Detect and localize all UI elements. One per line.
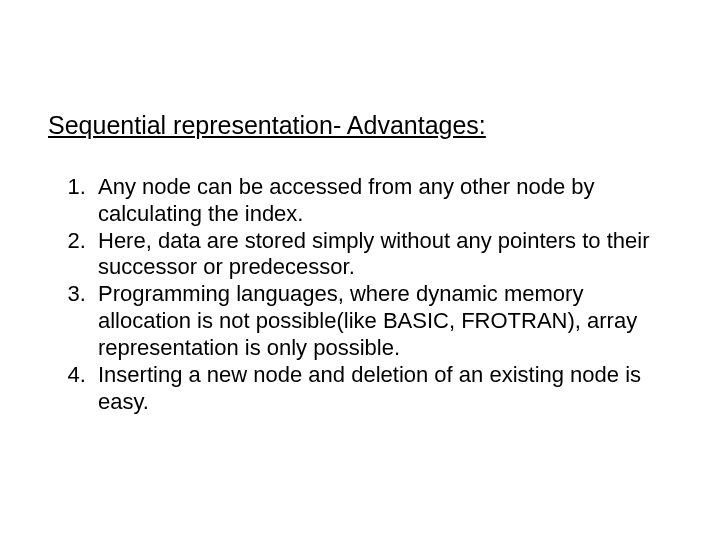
- list-item: Programming languages, where dynamic mem…: [92, 281, 672, 361]
- list-item: Any node can be accessed from any other …: [92, 174, 672, 228]
- list-item: Inserting a new node and deletion of an …: [92, 362, 672, 416]
- slide: Sequential representation- Advantages: A…: [0, 0, 720, 540]
- slide-title: Sequential representation- Advantages:: [48, 110, 672, 140]
- advantages-list: Any node can be accessed from any other …: [48, 174, 672, 415]
- list-item: Here, data are stored simply without any…: [92, 228, 672, 282]
